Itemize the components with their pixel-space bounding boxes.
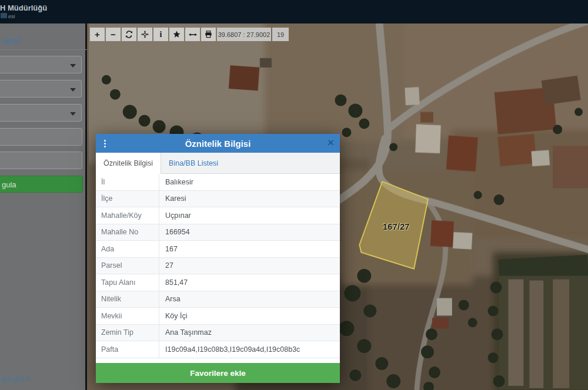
- modal-title: Öznitelik Bilgisi: [96, 139, 340, 149]
- zoom-out-button[interactable]: −: [106, 28, 121, 41]
- print-button[interactable]: [201, 28, 216, 41]
- info-icon: i: [160, 31, 162, 39]
- printer-icon: [205, 31, 212, 38]
- row-value: 166954: [159, 228, 190, 236]
- row-label: Nitelik: [96, 291, 159, 308]
- footer-site-link[interactable]: gm.gov.tr: [1, 375, 30, 383]
- parcel-number-input[interactable]: [0, 152, 82, 169]
- table-row: İlçeKaresi: [96, 191, 340, 208]
- row-value: Arsa: [159, 295, 181, 303]
- tab-oznitelik-bilgisi[interactable]: Öznitelik Bilgisi: [96, 153, 161, 174]
- table-row: İlBalıkesir: [96, 174, 340, 191]
- coordinates-readout: 39.6807 : 27.9002: [217, 28, 271, 41]
- table-row: PaftaI19c09a4,I19c08b3,I19c09a4d,I19c08b…: [96, 341, 340, 358]
- chevron-down-icon: [70, 88, 76, 92]
- row-value: Ana Taşınmaz: [159, 328, 212, 337]
- row-value: Balıkesir: [159, 178, 193, 186]
- row-label: Mevkii: [96, 308, 159, 324]
- modal-tabbar: Öznitelik Bilgisi Bina/BB Listesi: [96, 153, 340, 174]
- row-value: 27: [159, 261, 173, 270]
- measure-icon: [189, 31, 197, 38]
- sidebar-divider: [0, 49, 87, 50]
- chevron-down-icon: [70, 112, 76, 116]
- neighborhood-select[interactable]: [0, 104, 82, 122]
- row-label: Ada: [96, 241, 159, 257]
- table-row: Ada167: [96, 241, 340, 258]
- table-row: Tapu Alanı851,47: [96, 274, 340, 291]
- row-label: Parsel: [96, 258, 159, 274]
- app-logo: [1, 13, 7, 18]
- row-value: I19c09a4,I19c08b3,I19c09a4d,I19c08b3c: [159, 345, 300, 354]
- row-label: Mahalle/Köy: [96, 207, 159, 224]
- favorite-button[interactable]: [169, 28, 184, 41]
- info-button[interactable]: i: [153, 28, 168, 41]
- row-label: İl: [96, 174, 159, 190]
- row-value: 851,47: [159, 278, 188, 287]
- parcel-label: 167/27: [373, 222, 420, 231]
- app-header: H Müdürlüğü esi: [0, 0, 588, 23]
- table-row: Mahalle/KöyUçpınar: [96, 207, 340, 224]
- row-label: İlçe: [96, 191, 159, 207]
- pan-icon: [141, 31, 149, 38]
- kebab-menu-icon[interactable]: [96, 140, 113, 147]
- row-value: Uçpınar: [159, 211, 191, 220]
- row-label: Tapu Alanı: [96, 274, 159, 291]
- province-select[interactable]: [0, 56, 82, 73]
- attribute-modal: Öznitelik Bilgisi × Öznitelik Bilgisi Bi…: [96, 134, 340, 383]
- app-title: H Müdürlüğü: [0, 4, 47, 12]
- row-label: Zemin Tip: [96, 325, 159, 341]
- table-row: Zemin TipAna Taşınmaz: [96, 325, 340, 342]
- row-value: Köy İçi: [159, 312, 188, 320]
- app-subtitle: esi: [8, 14, 15, 19]
- minus-icon: −: [111, 30, 116, 39]
- refresh-icon: [125, 31, 133, 38]
- sidebar-section-link[interactable]: oğrafi: [1, 36, 21, 45]
- zoom-level-readout: 19: [272, 28, 289, 41]
- table-row: Mahalle No166954: [96, 224, 340, 241]
- star-icon: [173, 31, 181, 38]
- district-select[interactable]: [0, 80, 82, 98]
- row-value: 167: [159, 245, 178, 253]
- pan-button[interactable]: [138, 28, 152, 41]
- row-label: Mahalle No: [96, 224, 159, 241]
- chevron-down-icon: [70, 64, 76, 68]
- table-row: MevkiiKöy İçi: [96, 308, 340, 325]
- row-label: Pafta: [96, 341, 159, 358]
- table-row: NitelikArsa: [96, 291, 340, 308]
- sidebar: oğrafi gula gm.gov.tr: [0, 23, 87, 390]
- table-row: Parsel27: [96, 258, 340, 275]
- add-to-favorites-button[interactable]: Favorilere ekle: [96, 363, 340, 383]
- attribute-table: İlBalıkesirİlçeKaresiMahalle/KöyUçpınarM…: [96, 174, 340, 360]
- row-value: Karesi: [159, 194, 186, 203]
- tab-bina-bb-listesi[interactable]: Bina/BB Listesi: [161, 153, 226, 173]
- app-window: 167/27 + − i: [0, 0, 588, 390]
- close-icon[interactable]: ×: [328, 136, 334, 150]
- plus-icon: +: [95, 30, 100, 39]
- measure-button[interactable]: [185, 28, 200, 41]
- zoom-in-button[interactable]: +: [90, 28, 105, 41]
- refresh-button[interactable]: [122, 28, 136, 41]
- block-number-input[interactable]: [0, 128, 82, 146]
- modal-header: Öznitelik Bilgisi ×: [96, 134, 340, 153]
- query-button[interactable]: gula: [0, 176, 83, 193]
- map-toolbar: + − i: [90, 28, 289, 41]
